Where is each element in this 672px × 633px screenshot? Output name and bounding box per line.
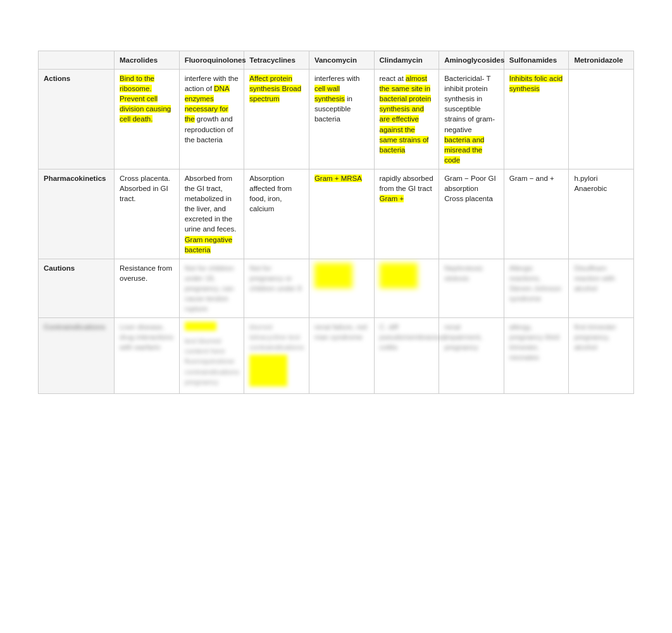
cautions-metro-blurred: Disulfiram reaction with alcohol bbox=[574, 264, 615, 292]
cell-blurred-clindamycin: C. diff pseudomembranous colitis bbox=[374, 318, 439, 394]
blurred-clinda: C. diff pseudomembranous colitis bbox=[380, 323, 446, 351]
cell-cautions-fluoroquinolones: Not for children under 18, pregnancy, ca… bbox=[179, 259, 244, 317]
col-header-metronidazole: Metronidazole bbox=[569, 51, 634, 70]
fluoroquinolones-highlight: DNA enzymes necessary for the bbox=[185, 85, 230, 123]
row-header-pharmacokinetics: Pharmacokinetics bbox=[39, 169, 115, 259]
cell-cautions-tetracyclines: Not for pregnancy or children under 8 bbox=[244, 259, 309, 317]
cell-actions-macrolides: Bind to the ribosome. Prevent cell divis… bbox=[115, 70, 180, 169]
macrolides-actions-text: Bind to the ribosome. Prevent cell divis… bbox=[120, 75, 171, 123]
table-row-cautions: Cautions Resistance from overuse. Not fo… bbox=[39, 259, 634, 317]
cell-actions-metronidazole bbox=[569, 70, 634, 169]
cell-cautions-clindamycin bbox=[374, 259, 439, 317]
cell-actions-tetracyclines: Affect protein synthesis Broad spectrum bbox=[244, 70, 309, 169]
col-header-macrolides: Macrolides bbox=[115, 51, 180, 70]
blurred-sulfo: allergy, pregnancy third trimester, neon… bbox=[509, 323, 559, 361]
cautions-clinda-blurred bbox=[380, 282, 418, 290]
blurred-amino: renal impairment, pregnancy bbox=[444, 323, 482, 351]
cautions-amino-blurred: Nephrotoxic ototoxic bbox=[444, 264, 483, 282]
col-header-empty bbox=[39, 51, 115, 70]
cell-pk-clindamycin: rapidly absorbed from the GI tract Gram … bbox=[374, 169, 439, 259]
cell-blurred-sulfonamides: allergy, pregnancy third trimester, neon… bbox=[504, 318, 569, 394]
cell-blurred-metronidazole: first trimester pregnancy, alcohol bbox=[569, 318, 634, 394]
table-row-pharmacokinetics: Pharmacokinetics Cross placenta. Absorbe… bbox=[39, 169, 634, 259]
table-row-blurred: Contraindications Liver disease, drug in… bbox=[39, 318, 634, 394]
cell-cautions-vancomycin bbox=[309, 259, 374, 317]
sulfonamides-actions-text: Inhibits folic acid synthesis bbox=[509, 75, 563, 92]
cell-actions-clindamycin: react at almost the same site in bacteri… bbox=[374, 70, 439, 169]
cell-blurred-tetracyclines: blurred tetracycline text contraindicati… bbox=[244, 318, 309, 394]
cautions-sulfo-blurred: Allergic reactions, Steven Johnson syndr… bbox=[509, 264, 561, 302]
cell-blurred-vancomycin: renal failure, red man syndrome bbox=[309, 318, 374, 394]
cell-actions-fluoroquinolones: interfere with the action of DNA enzymes… bbox=[179, 70, 244, 169]
cell-pk-aminoglycosides: Gram − Poor GI absorption Cross placenta bbox=[439, 169, 504, 259]
tetracyclines-actions-text: Affect protein synthesis Broad spectrum bbox=[249, 75, 301, 102]
blurred-metro: first trimester pregnancy, alcohol bbox=[574, 323, 616, 351]
row-header-blurred-text: Contraindications bbox=[44, 323, 106, 331]
clindamycin-highlight: almost the same site in bacterial protei… bbox=[380, 75, 432, 154]
cell-pk-metronidazole: h.pylori Anaerobic bbox=[569, 169, 634, 259]
cell-cautions-aminoglycosides: Nephrotoxic ototoxic bbox=[439, 259, 504, 317]
cell-pk-fluoroquinolones: Absorbed from the GI tract, metabolized … bbox=[179, 169, 244, 259]
cautions-tetra-blurred: Not for pregnancy or children under 8 bbox=[249, 264, 301, 292]
col-header-clindamycin: Clindamycin bbox=[374, 51, 439, 70]
aminoglycosides-highlight: bacteria and misread the code bbox=[444, 136, 484, 164]
row-header-blurred: Contraindications bbox=[39, 318, 115, 394]
row-header-actions: Actions bbox=[39, 70, 115, 169]
vancomycin-highlight: cell wall synthesis bbox=[314, 85, 345, 102]
row-header-cautions: Cautions bbox=[39, 259, 115, 317]
vancomycin-pk-highlight: Gram + MRSA bbox=[314, 175, 362, 182]
fluoroquinolones-pk-highlight: Gram negative bacteria bbox=[185, 236, 232, 254]
cell-pk-tetracyclines: Absorption affected from food, iron, cal… bbox=[244, 169, 309, 259]
cell-cautions-macrolides: Resistance from overuse. bbox=[115, 259, 180, 317]
cell-pk-sulfonamides: Gram − and + bbox=[504, 169, 569, 259]
page-wrapper: Macrolides Fluoroquinolones Tetracycline… bbox=[0, 0, 672, 432]
cell-blurred-aminoglycosides: renal impairment, pregnancy bbox=[439, 318, 504, 394]
col-header-sulfonamides: Sulfonamides bbox=[504, 51, 569, 70]
col-header-tetracyclines: Tetracyclines bbox=[244, 51, 309, 70]
col-header-fluoroquinolones: Fluoroquinolones bbox=[179, 51, 244, 70]
table-row-actions: Actions Bind to the ribosome. Prevent ce… bbox=[39, 70, 634, 169]
col-header-aminoglycosides: Aminoglycosides bbox=[439, 51, 504, 70]
col-header-vancomycin: Vancomycin bbox=[309, 51, 374, 70]
cell-pk-vancomycin: Gram + MRSA bbox=[309, 169, 374, 259]
cell-pk-macrolides: Cross placenta. Absorbed in GI tract. bbox=[115, 169, 180, 259]
cell-actions-vancomycin: interferes with cell wall synthesis in s… bbox=[309, 70, 374, 169]
cell-actions-sulfonamides: Inhibits folic acid synthesis bbox=[504, 70, 569, 169]
cautions-vanco-blurred bbox=[314, 282, 352, 290]
cell-cautions-metronidazole: Disulfiram reaction with alcohol bbox=[569, 259, 634, 317]
cautions-fluoro-blurred: Not for children under 18, pregnancy, ca… bbox=[185, 264, 234, 312]
clindamycin-pk-highlight: Gram + bbox=[380, 195, 404, 202]
cell-blurred-macrolides: Liver disease, drug interactions with wa… bbox=[115, 318, 180, 394]
antibiotic-table: Macrolides Fluoroquinolones Tetracycline… bbox=[38, 51, 634, 394]
blurred-vanco: renal failure, red man syndrome bbox=[314, 323, 367, 341]
cell-actions-aminoglycosides: Bactericidal- T inhibit protein synthesi… bbox=[439, 70, 504, 169]
blurred-macro-text: Liver disease, drug interactions with wa… bbox=[120, 323, 173, 351]
cell-cautions-sulfonamides: Allergic reactions, Steven Johnson syndr… bbox=[504, 259, 569, 317]
cell-blurred-fluoroquinolones: text blurred content here fluoroquinolon… bbox=[179, 318, 244, 394]
